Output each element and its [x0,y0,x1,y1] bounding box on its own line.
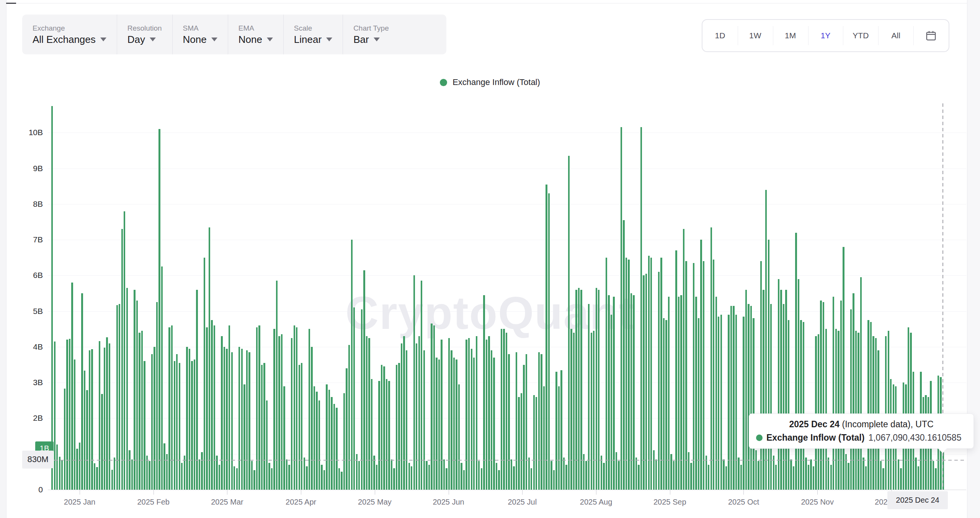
bar[interactable] [813,466,814,490]
bar[interactable] [601,456,602,490]
bar[interactable] [835,329,837,490]
bar[interactable] [730,306,732,490]
bar[interactable] [872,336,874,490]
bar[interactable] [848,463,849,490]
bar[interactable] [348,345,350,490]
bar[interactable] [446,468,447,490]
bar[interactable] [56,444,58,490]
bar[interactable] [910,333,911,490]
bar[interactable] [531,468,532,490]
bar[interactable] [418,336,420,490]
bar[interactable] [621,127,622,490]
bar[interactable] [820,301,822,490]
bar[interactable] [628,260,629,490]
bar[interactable] [301,363,302,490]
bar[interactable] [411,466,412,490]
bar[interactable] [655,459,657,490]
bar[interactable] [451,350,452,490]
bar[interactable] [209,227,210,490]
bar[interactable] [506,333,507,490]
bar[interactable] [163,443,165,490]
bar[interactable] [616,452,617,490]
bar[interactable] [393,468,395,490]
bar[interactable] [184,456,185,490]
bar[interactable] [71,283,73,490]
bar[interactable] [882,468,884,490]
bar[interactable] [660,258,662,490]
bar[interactable] [428,465,430,490]
bar[interactable] [94,463,95,490]
bar[interactable] [708,465,709,490]
bar[interactable] [243,384,245,490]
bar[interactable] [645,274,647,490]
bar[interactable] [783,304,784,490]
bar[interactable] [168,327,170,490]
bar[interactable] [436,358,437,490]
bar[interactable] [156,302,158,490]
bar[interactable] [618,461,619,490]
range-button-1m[interactable]: 1M [773,20,808,51]
bar[interactable] [533,395,535,490]
bar[interactable] [99,341,100,490]
bar[interactable] [433,325,435,490]
bar[interactable] [241,349,243,490]
bar[interactable] [139,333,140,490]
bar[interactable] [560,370,562,490]
bar[interactable] [234,466,235,490]
bar[interactable] [476,336,477,490]
bar[interactable] [194,359,195,490]
bar[interactable] [266,400,268,490]
dropdown-ema[interactable]: EMA None [228,15,283,54]
bar[interactable] [688,452,689,490]
bar[interactable] [723,459,724,490]
bar[interactable] [304,458,305,490]
bar[interactable] [805,458,807,490]
bar[interactable] [473,358,475,490]
bar[interactable] [51,106,53,490]
bar[interactable] [421,281,422,490]
bar[interactable] [768,240,769,490]
bar[interactable] [511,459,512,490]
bar[interactable] [383,366,385,490]
bar[interactable] [773,456,774,490]
bar[interactable] [538,352,540,490]
bar[interactable] [283,386,285,490]
bar[interactable] [818,334,819,490]
bar[interactable] [611,315,612,490]
bar[interactable] [381,365,382,490]
bar[interactable] [214,325,215,490]
bar[interactable] [673,461,675,490]
bar[interactable] [368,338,370,490]
bar[interactable] [546,185,547,490]
bar[interactable] [623,220,624,490]
bar[interactable] [438,359,440,490]
bar[interactable] [171,325,173,490]
bar[interactable] [61,461,63,490]
bar[interactable] [815,336,817,490]
bar[interactable] [543,386,545,490]
bar[interactable] [755,450,757,490]
bar[interactable] [650,258,652,490]
bar[interactable] [563,458,565,490]
bar[interactable] [96,467,98,490]
bar[interactable] [166,454,168,490]
bar[interactable] [718,317,719,490]
bar[interactable] [888,331,889,490]
bar[interactable] [363,270,365,490]
bar[interactable] [496,463,497,490]
bar[interactable] [206,327,207,490]
bar[interactable] [396,365,397,490]
bar[interactable] [865,466,867,490]
bar[interactable] [508,354,510,490]
bar[interactable] [638,465,639,490]
bar[interactable] [124,211,125,490]
bar[interactable] [199,459,200,490]
bar[interactable] [356,454,358,490]
bar[interactable] [675,250,677,490]
bar[interactable] [840,301,842,490]
bar[interactable] [311,347,312,490]
bar[interactable] [606,258,607,490]
bar[interactable] [603,463,604,490]
bar[interactable] [443,459,445,490]
bar[interactable] [458,384,460,490]
